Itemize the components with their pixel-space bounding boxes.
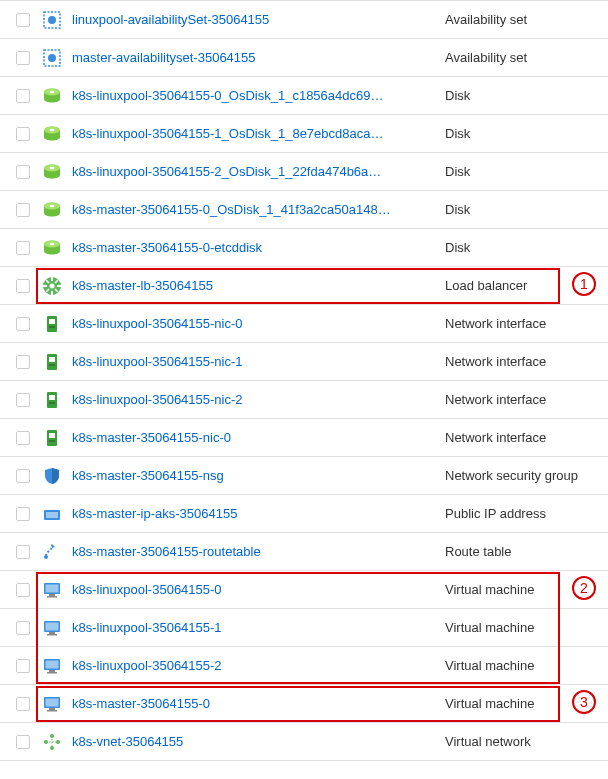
svg-rect-29 — [49, 402, 55, 404]
resource-row[interactable]: k8s-master-lb-35064155Load balancer — [0, 267, 608, 305]
select-checkbox[interactable] — [16, 203, 30, 217]
resource-name-link[interactable]: k8s-master-35064155-nic-0 — [72, 430, 445, 445]
svg-rect-31 — [49, 433, 55, 438]
select-checkbox[interactable] — [16, 697, 30, 711]
select-checkbox[interactable] — [16, 241, 30, 255]
resource-type: Route table — [445, 544, 600, 559]
resource-name-link[interactable]: k8s-linuxpool-35064155-nic-1 — [72, 354, 445, 369]
resource-type: Disk — [445, 240, 600, 255]
resource-type: Network interface — [445, 430, 600, 445]
svg-rect-34 — [46, 512, 58, 518]
disk-icon — [42, 200, 62, 220]
nic-icon — [42, 352, 62, 372]
svg-rect-39 — [47, 596, 57, 598]
vm-icon — [42, 580, 62, 600]
resource-name-link[interactable]: k8s-master-35064155-0 — [72, 696, 445, 711]
disk-icon — [42, 86, 62, 106]
select-checkbox[interactable] — [16, 393, 30, 407]
resource-row[interactable]: k8s-linuxpool-35064155-0_OsDisk_1_c1856a… — [0, 77, 608, 115]
resource-row[interactable]: k8s-master-35064155-0_OsDisk_1_41f3a2ca5… — [0, 191, 608, 229]
resource-name-link[interactable]: k8s-master-lb-35064155 — [72, 278, 445, 293]
resource-row[interactable]: k8s-linuxpool-35064155-0Virtual machine — [0, 571, 608, 609]
resource-row[interactable]: master-availabilityset-35064155Availabil… — [0, 39, 608, 77]
resource-name-link[interactable]: k8s-linuxpool-35064155-nic-0 — [72, 316, 445, 331]
svg-rect-45 — [46, 660, 59, 668]
resource-name-link[interactable]: k8s-linuxpool-35064155-0 — [72, 582, 445, 597]
svg-rect-28 — [49, 395, 55, 400]
resource-row[interactable]: k8s-linuxpool-35064155-2Virtual machine — [0, 647, 608, 685]
select-checkbox[interactable] — [16, 13, 30, 27]
select-checkbox[interactable] — [16, 507, 30, 521]
resource-row[interactable]: k8s-linuxpool-35064155-nic-2Network inte… — [0, 381, 608, 419]
resource-row[interactable]: k8s-master-35064155-0Virtual machine — [0, 685, 608, 723]
disk-icon — [42, 238, 62, 258]
select-checkbox[interactable] — [16, 279, 30, 293]
select-checkbox[interactable] — [16, 317, 30, 331]
resource-name-link[interactable]: k8s-linuxpool-35064155-nic-2 — [72, 392, 445, 407]
resource-row[interactable]: k8s-master-35064155-routetableRoute tabl… — [0, 533, 608, 571]
svg-point-35 — [44, 555, 48, 559]
resource-row[interactable]: k8s-master-ip-aks-35064155Public IP addr… — [0, 495, 608, 533]
svg-rect-26 — [49, 364, 55, 366]
annotation-callout: 2 — [572, 576, 596, 600]
resource-name-link[interactable]: k8s-linuxpool-35064155-1_OsDisk_1_8e7ebc… — [72, 126, 445, 141]
resource-name-link[interactable]: k8s-master-35064155-0-etcddisk — [72, 240, 445, 255]
select-checkbox[interactable] — [16, 735, 30, 749]
select-checkbox[interactable] — [16, 583, 30, 597]
resource-name-link[interactable]: k8s-linuxpool-35064155-1 — [72, 620, 445, 635]
select-checkbox[interactable] — [16, 469, 30, 483]
svg-rect-23 — [49, 326, 55, 328]
select-checkbox[interactable] — [16, 355, 30, 369]
resource-name-link[interactable]: k8s-vnet-35064155 — [72, 734, 445, 749]
resource-row[interactable]: k8s-linuxpool-35064155-nic-1Network inte… — [0, 343, 608, 381]
resource-name-link[interactable]: k8s-linuxpool-35064155-0_OsDisk_1_c1856a… — [72, 88, 445, 103]
resource-name-link[interactable]: k8s-master-35064155-routetable — [72, 544, 445, 559]
disk-icon — [42, 162, 62, 182]
resource-type: Network interface — [445, 316, 600, 331]
resource-row[interactable]: k8s-vnet-35064155Virtual network — [0, 723, 608, 761]
nic-icon — [42, 428, 62, 448]
svg-point-18 — [50, 242, 55, 244]
resource-row[interactable]: k8s-master-35064155-nic-0Network interfa… — [0, 419, 608, 457]
vm-icon — [42, 694, 62, 714]
resource-type: Network security group — [445, 468, 600, 483]
select-checkbox[interactable] — [16, 431, 30, 445]
select-checkbox[interactable] — [16, 127, 30, 141]
resource-row[interactable]: k8s-linuxpool-35064155-1Virtual machine — [0, 609, 608, 647]
select-checkbox[interactable] — [16, 51, 30, 65]
resource-row[interactable]: k8s-linuxpool-35064155-2_OsDisk_1_22fda4… — [0, 153, 608, 191]
resource-name-link[interactable]: k8s-master-ip-aks-35064155 — [72, 506, 445, 521]
select-checkbox[interactable] — [16, 89, 30, 103]
svg-rect-37 — [46, 584, 59, 592]
select-checkbox[interactable] — [16, 165, 30, 179]
resource-row[interactable]: linuxpool-availabilitySet-35064155Availa… — [0, 1, 608, 39]
resource-name-link[interactable]: linuxpool-availabilitySet-35064155 — [72, 12, 445, 27]
resource-name-link[interactable]: k8s-master-35064155-0_OsDisk_1_41f3a2ca5… — [72, 202, 445, 217]
availability-set-icon — [42, 10, 62, 30]
svg-rect-25 — [49, 357, 55, 362]
resource-list: linuxpool-availabilitySet-35064155Availa… — [0, 0, 608, 761]
resource-row[interactable]: k8s-master-35064155-nsgNetwork security … — [0, 457, 608, 495]
resource-name-link[interactable]: k8s-linuxpool-35064155-2_OsDisk_1_22fda4… — [72, 164, 445, 179]
resource-name-link[interactable]: k8s-master-35064155-nsg — [72, 468, 445, 483]
svg-rect-50 — [49, 708, 55, 710]
svg-point-15 — [50, 204, 55, 206]
select-checkbox[interactable] — [16, 659, 30, 673]
svg-rect-32 — [49, 440, 55, 442]
resource-type: Disk — [445, 88, 600, 103]
route-table-icon — [42, 542, 62, 562]
resource-row[interactable]: k8s-linuxpool-35064155-1_OsDisk_1_8e7ebc… — [0, 115, 608, 153]
select-checkbox[interactable] — [16, 545, 30, 559]
resource-name-link[interactable]: k8s-linuxpool-35064155-2 — [72, 658, 445, 673]
resource-name-link[interactable]: master-availabilityset-35064155 — [72, 50, 445, 65]
select-checkbox[interactable] — [16, 621, 30, 635]
resource-row[interactable]: k8s-linuxpool-35064155-nic-0Network inte… — [0, 305, 608, 343]
resource-type: Virtual network — [445, 734, 600, 749]
annotation-callout: 3 — [572, 690, 596, 714]
vm-icon — [42, 656, 62, 676]
resource-row[interactable]: k8s-master-35064155-0-etcddiskDisk — [0, 229, 608, 267]
svg-rect-22 — [49, 319, 55, 324]
svg-point-20 — [50, 283, 55, 288]
svg-rect-46 — [49, 670, 55, 672]
annotation-callout: 1 — [572, 272, 596, 296]
